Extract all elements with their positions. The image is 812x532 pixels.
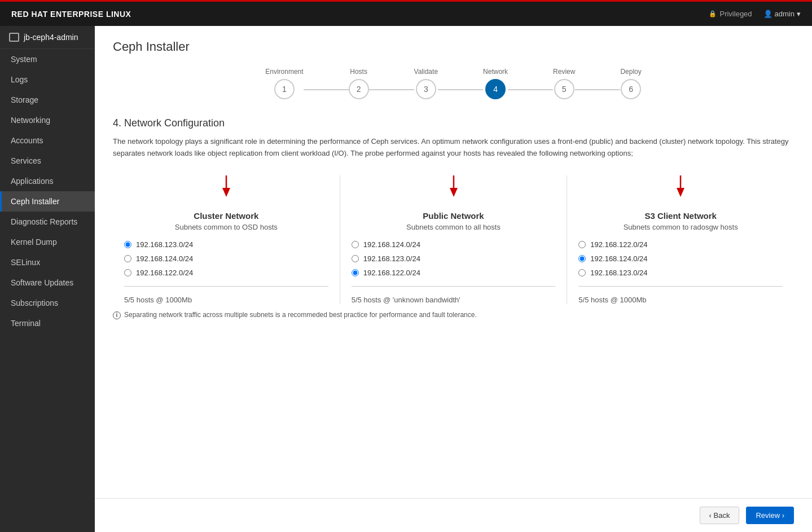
divider-cluster — [124, 286, 328, 287]
radio-public-1[interactable] — [352, 255, 359, 262]
radio-cluster-2[interactable] — [124, 269, 131, 276]
footer-bar: ‹ Back Review › — [95, 498, 812, 532]
sidebar-item-kernel-dump[interactable]: Kernel Dump — [0, 232, 95, 252]
sidebar-item-accounts[interactable]: Accounts — [0, 130, 95, 151]
step-connector-2 — [369, 89, 414, 90]
network-column-public: Public NetworkSubnets common to all host… — [340, 175, 568, 304]
sidebar-item-storage[interactable]: Storage — [0, 90, 95, 110]
hosts-info-cluster: 5/5 hosts @ 1000Mb — [124, 296, 328, 304]
step-connector-1 — [304, 89, 349, 90]
radio-label-s3client-0: 192.168.122.0/24 — [590, 240, 647, 249]
chevron-down-icon: ▾ — [797, 10, 801, 18]
network-title-public: Public Network — [352, 211, 556, 221]
network-option-s3client-0: 192.168.122.0/24 — [578, 240, 783, 249]
sidebar-item-terminal[interactable]: Terminal — [0, 313, 95, 333]
section-title: 4. Network Configuration — [113, 117, 794, 129]
sidebar-item-selinux[interactable]: SELinux — [0, 252, 95, 272]
radio-label-cluster-0: 192.168.123.0/24 — [136, 240, 193, 249]
step-4: Network4 — [483, 68, 508, 99]
arrow-s3client — [578, 175, 783, 200]
hosts-info-public: 5/5 hosts @ 'unknown bandwidth' — [352, 296, 556, 304]
step-circle-2: 2 — [349, 79, 369, 99]
step-6: Deploy6 — [620, 68, 641, 99]
divider-public — [352, 286, 556, 287]
step-circle-3: 3 — [416, 79, 436, 99]
sidebar-nav: SystemLogsStorageNetworkingAccountsServi… — [0, 49, 95, 333]
svg-marker-3 — [450, 188, 458, 197]
back-button[interactable]: ‹ Back — [700, 507, 740, 524]
sidebar-item-logs[interactable]: Logs — [0, 69, 95, 90]
radio-label-cluster-1: 192.168.124.0/24 — [136, 254, 193, 263]
admin-label: admin — [775, 10, 795, 18]
brand-text: RED HAT ENTERPRISE LINUX — [11, 10, 131, 19]
step-label-2: Hosts — [350, 68, 367, 76]
lock-icon: 🔒 — [709, 10, 717, 17]
network-title-s3client: S3 Client Network — [578, 211, 783, 221]
radio-cluster-0[interactable] — [124, 241, 131, 248]
review-button[interactable]: Review › — [746, 507, 794, 524]
radio-label-cluster-2: 192.168.122.0/24 — [136, 269, 193, 277]
footer-note-text: Separating network traffic across multip… — [124, 311, 477, 319]
step-label-3: Validate — [414, 68, 438, 76]
stepper: Environment1Hosts2Validate3Network4Revie… — [113, 68, 794, 99]
section-description: The network topology plays a significant… — [113, 136, 794, 160]
section-number: 4. — [113, 117, 121, 129]
svg-marker-1 — [222, 188, 230, 197]
network-option-cluster-0: 192.168.123.0/24 — [124, 240, 328, 249]
sidebar-item-subscriptions[interactable]: Subscriptions — [0, 293, 95, 313]
navbar: RED HAT ENTERPRISE LINUX 🔒 Privileged 👤 … — [0, 0, 812, 26]
section-title-text: Network Configuration — [124, 117, 225, 129]
sidebar-item-diagnostic-reports[interactable]: Diagnostic Reports — [0, 212, 95, 232]
main-content: Ceph Installer Environment1Hosts2Validat… — [95, 26, 812, 532]
step-label-4: Network — [483, 68, 508, 76]
network-option-s3client-1: 192.168.124.0/24 — [578, 254, 783, 263]
radio-cluster-1[interactable] — [124, 255, 131, 262]
step-2: Hosts2 — [349, 68, 369, 99]
radio-s3client-1[interactable] — [578, 255, 586, 262]
arrow-cluster — [124, 175, 328, 200]
user-icon: 👤 — [763, 10, 773, 18]
privileged-indicator: 🔒 Privileged — [709, 10, 752, 18]
radio-s3client-0[interactable] — [578, 241, 586, 248]
step-label-6: Deploy — [620, 68, 641, 76]
network-column-cluster: Cluster NetworkSubnets common to OSD hos… — [113, 175, 340, 304]
sidebar-item-networking[interactable]: Networking — [0, 110, 95, 130]
step-circle-1: 1 — [274, 79, 295, 99]
radio-label-public-0: 192.168.124.0/24 — [363, 240, 420, 249]
step-3: Validate3 — [414, 68, 438, 99]
host-icon — [9, 33, 19, 42]
step-label-1: Environment — [265, 68, 303, 76]
network-option-public-0: 192.168.124.0/24 — [352, 240, 556, 249]
sidebar-item-system[interactable]: System — [0, 49, 95, 69]
info-icon: i — [113, 311, 121, 319]
sidebar-item-applications[interactable]: Applications — [0, 171, 95, 191]
network-subtitle-cluster: Subnets common to OSD hosts — [124, 223, 328, 231]
radio-public-0[interactable] — [352, 241, 359, 248]
sidebar-item-software-updates[interactable]: Software Updates — [0, 272, 95, 293]
sidebar-host: jb-ceph4-admin — [0, 26, 95, 49]
network-subtitle-public: Subnets common to all hosts — [352, 223, 556, 231]
step-connector-4 — [508, 89, 553, 90]
network-column-s3client: S3 Client NetworkSubnets common to rados… — [567, 175, 794, 304]
svg-marker-5 — [677, 188, 684, 197]
page-title: Ceph Installer — [113, 39, 794, 54]
radio-s3client-2[interactable] — [578, 269, 586, 276]
step-label-5: Review — [553, 68, 575, 76]
network-option-s3client-2: 192.168.123.0/24 — [578, 269, 783, 277]
divider-s3client — [578, 286, 783, 287]
network-title-cluster: Cluster Network — [124, 211, 328, 221]
step-connector-5 — [575, 89, 620, 90]
radio-label-public-1: 192.168.123.0/24 — [363, 254, 420, 263]
step-circle-6: 6 — [621, 79, 641, 99]
navbar-right: 🔒 Privileged 👤 admin ▾ — [709, 10, 801, 18]
radio-label-s3client-1: 192.168.124.0/24 — [590, 254, 647, 263]
layout: jb-ceph4-admin SystemLogsStorageNetworki… — [0, 26, 812, 532]
footer-note: i Separating network traffic across mult… — [113, 304, 794, 364]
sidebar-host-label: jb-ceph4-admin — [24, 33, 78, 42]
sidebar-item-ceph-installer[interactable]: Ceph Installer — [0, 191, 95, 212]
network-option-cluster-1: 192.168.124.0/24 — [124, 254, 328, 263]
radio-public-2[interactable] — [352, 269, 359, 276]
step-5: Review5 — [553, 68, 575, 99]
admin-menu[interactable]: 👤 admin ▾ — [763, 10, 801, 18]
sidebar-item-services[interactable]: Services — [0, 151, 95, 171]
